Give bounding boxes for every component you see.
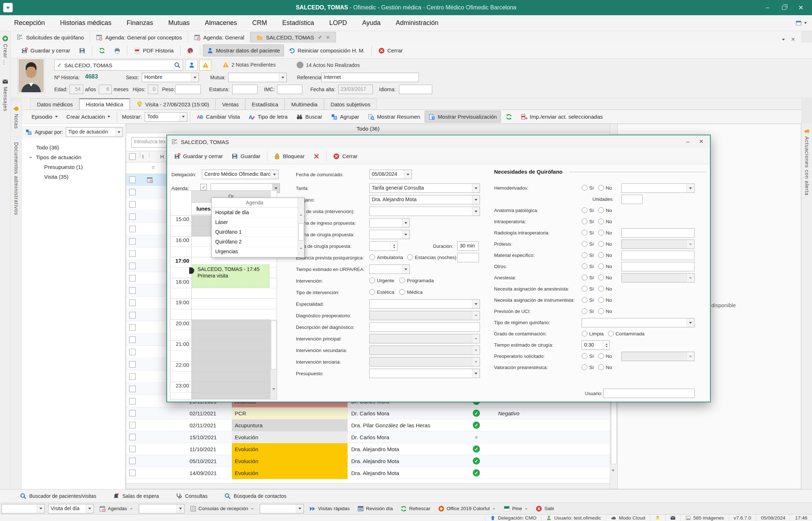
search-icon[interactable] bbox=[174, 62, 180, 68]
tools-agendas[interactable]: Agendas⌄ bbox=[97, 504, 136, 513]
dock-tab-actuaciones-con-alerta[interactable]: Actuaciones con alerta bbox=[804, 128, 810, 196]
tools-consolas-de-recepci-n[interactable]: Consolas de recepción⌄ bbox=[188, 504, 257, 513]
menu-estad-stica[interactable]: Estadística bbox=[275, 19, 322, 27]
row-checkbox[interactable] bbox=[129, 226, 136, 232]
dock-tab-mensajes[interactable]: Mensajes bbox=[2, 79, 8, 111]
field-combo[interactable]: Tarifa general Consulta bbox=[369, 183, 480, 193]
estatura-input[interactable] bbox=[232, 85, 258, 94]
patient-photo[interactable] bbox=[17, 58, 45, 93]
needs-combo-disabled[interactable] bbox=[621, 240, 694, 249]
row-checkbox[interactable] bbox=[129, 263, 136, 269]
history-row[interactable]: 02/11/2021AcupunturaDra. Pilar González … bbox=[126, 419, 610, 431]
dock-salas-de-espera[interactable]: Salas de espera bbox=[113, 493, 159, 499]
status-sticky[interactable] bbox=[650, 514, 665, 521]
estancias-input[interactable] bbox=[457, 253, 479, 262]
row-checkbox[interactable] bbox=[129, 238, 136, 245]
radio-no[interactable]: No bbox=[598, 364, 612, 370]
dock-tab-notas[interactable]: Notas bbox=[13, 106, 19, 129]
tools-refrescar[interactable]: Refrescar bbox=[398, 504, 433, 513]
agenda-option-urgencias[interactable]: Urgencias bbox=[212, 247, 298, 257]
patient-card-button[interactable] bbox=[186, 60, 197, 71]
needs-combo[interactable] bbox=[582, 318, 694, 327]
toolbar-mostrar-datos-del-paciente[interactable]: Mostrar datos del paciente bbox=[203, 45, 284, 56]
needs-input[interactable] bbox=[621, 251, 694, 260]
field-combo[interactable] bbox=[369, 369, 480, 378]
fecha-alta-input[interactable]: 23/03/2017 bbox=[338, 85, 373, 94]
window-close-button[interactable]: ✕ bbox=[792, 2, 809, 13]
radio-no[interactable]: No bbox=[598, 308, 612, 314]
tab-agenda-general[interactable]: Agenda: General bbox=[188, 32, 250, 43]
row-checkbox[interactable] bbox=[129, 410, 136, 416]
field-combo-disabled[interactable] bbox=[369, 311, 480, 320]
status-modo-cloud[interactable]: Modo Cloud bbox=[606, 514, 650, 521]
delegacion-combo[interactable]: Centro Médico Ofimedic Barc... bbox=[202, 170, 279, 179]
menu-ayuda[interactable]: Ayuda bbox=[354, 19, 388, 27]
dialog-bloquear[interactable]: Bloquear bbox=[270, 150, 309, 162]
row-checkbox[interactable] bbox=[129, 287, 136, 294]
fecha-comunicado-combo[interactable]: 05/08/2024 bbox=[369, 170, 412, 179]
dialog-minimize-button[interactable]: – bbox=[686, 138, 689, 145]
section-tab-multimedia[interactable]: Multimedia bbox=[285, 98, 324, 110]
status-v7-6-7-0[interactable]: v7.6.7.0 bbox=[729, 514, 756, 521]
row-checkbox[interactable] bbox=[129, 336, 136, 343]
radio-no[interactable]: No bbox=[598, 353, 612, 359]
dock-buscador-de-pacientes-visitas[interactable]: Buscador de pacientes/visitas bbox=[20, 493, 96, 499]
edad-anos-input[interactable]: 54 bbox=[69, 85, 83, 94]
row-checkbox[interactable] bbox=[129, 213, 136, 220]
field-combo[interactable] bbox=[369, 207, 480, 216]
hijos-input[interactable]: 0 bbox=[148, 85, 158, 94]
radio-no[interactable]: No bbox=[598, 207, 612, 213]
edad-meses-input[interactable]: 6 bbox=[99, 85, 112, 94]
tools-combo[interactable] bbox=[139, 504, 184, 513]
section-tab-estad-stica[interactable]: Estadística bbox=[245, 98, 285, 110]
menu-lopd[interactable]: LOPD bbox=[322, 19, 354, 27]
field-combo[interactable] bbox=[369, 218, 410, 228]
tools-pine[interactable]: Pine⌄ bbox=[501, 504, 530, 513]
actions-cambiar-vista[interactable]: Cambiar Vista bbox=[193, 111, 244, 123]
popup-scrollbar[interactable] bbox=[298, 198, 304, 257]
section-tab-datos-m-dicos[interactable]: Datos médicos bbox=[30, 98, 79, 110]
row-checkbox[interactable] bbox=[129, 349, 136, 355]
tab-list-dropdown-icon[interactable] bbox=[782, 39, 785, 42]
window-restore-button[interactable] bbox=[776, 2, 792, 13]
dock-tab-documentos-administrativos[interactable]: Documentos administrativos bbox=[13, 142, 19, 215]
agenda-checkbox[interactable]: ✓ bbox=[200, 184, 207, 190]
usuario-input[interactable] bbox=[603, 389, 695, 398]
field-spinner[interactable] bbox=[369, 241, 398, 251]
dock-consultas[interactable]: Consultas bbox=[175, 493, 207, 499]
pending-notes-badge[interactable]: 2 Notas Pendientes bbox=[222, 62, 276, 68]
tools-combo[interactable] bbox=[260, 504, 304, 513]
row-checkbox[interactable] bbox=[129, 398, 136, 404]
field-combo[interactable] bbox=[369, 230, 410, 239]
menu-finanzas[interactable]: Finanzas bbox=[119, 19, 161, 27]
actions-refresh[interactable] bbox=[502, 111, 516, 123]
agenda-option-quir-fano-1[interactable]: Quirófano 1 bbox=[212, 227, 298, 237]
radio-programada[interactable]: Programada bbox=[399, 278, 434, 283]
radio-no[interactable]: No bbox=[598, 286, 612, 292]
table-group-header[interactable]: Todo (36) bbox=[126, 124, 610, 133]
history-row[interactable]: 05/10/2021EvoluciónDra. Alejandro Mota✓ bbox=[126, 455, 610, 467]
tab-agenda-general-por-conceptos[interactable]: Agenda: General por conceptos bbox=[90, 32, 188, 43]
history-row[interactable]: 14/09/2021EvoluciónDra. Alejandro Mota✓ bbox=[126, 467, 610, 479]
tab-close-icon[interactable]: ✕ bbox=[326, 35, 330, 40]
mostrar-combo[interactable]: Todo bbox=[145, 112, 187, 122]
row-checkbox[interactable] bbox=[129, 458, 136, 464]
peso-input[interactable] bbox=[175, 85, 201, 94]
agenda-option-hospital-de-d-a[interactable]: Hospital de día bbox=[212, 208, 298, 217]
pending-acts-badge[interactable]: 14 Actos No Realizados bbox=[297, 62, 360, 68]
dialog-close-button[interactable]: ✕ bbox=[699, 138, 703, 145]
tools-revisi-n-d-a[interactable]: Revisión día bbox=[355, 504, 395, 513]
radio-no[interactable]: No bbox=[598, 219, 612, 224]
row-checkbox[interactable] bbox=[129, 373, 136, 380]
row-checkbox[interactable] bbox=[129, 324, 136, 331]
menu-historias-m-dicas[interactable]: Historias médicas bbox=[52, 19, 119, 27]
sexo-combo[interactable]: Hombre bbox=[142, 73, 199, 82]
radio-s-[interactable]: Sí bbox=[582, 241, 594, 247]
actions-buscar[interactable]: Buscar bbox=[292, 111, 326, 123]
radio-s-[interactable]: Sí bbox=[582, 275, 594, 280]
dialog-guardar-y-cerrar[interactable]: Guardar y cerrar bbox=[170, 150, 227, 162]
table-horizontal-scrollbar[interactable] bbox=[126, 483, 610, 489]
status-delegaci-n-cmo[interactable]: Delegación: CMO bbox=[485, 514, 541, 521]
status-usuario-test-ofimedic[interactable]: Usuario: test.ofimedic bbox=[541, 514, 606, 521]
tree-item-tipos-de-actuaci-n[interactable]: ⌄Tipos de actuación bbox=[22, 152, 126, 162]
